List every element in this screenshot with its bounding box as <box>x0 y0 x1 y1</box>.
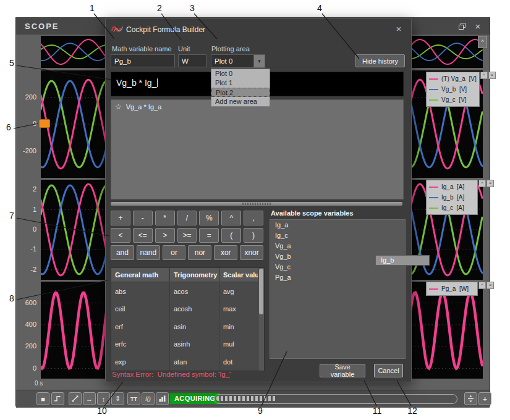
callout-number-7: 7 <box>9 211 14 220</box>
formula-button[interactable]: f() <box>142 392 155 405</box>
legend-swatch-line <box>429 99 438 101</box>
cursors-button[interactable]: TT <box>127 392 140 405</box>
window-close-icon[interactable]: × <box>472 20 483 32</box>
operator-button-xor[interactable]: xor <box>214 245 237 260</box>
histogram-button[interactable] <box>156 392 169 405</box>
operator-button-*[interactable]: * <box>155 211 175 225</box>
function-item-max[interactable]: max <box>219 300 258 317</box>
autoscale-button[interactable] <box>69 392 82 405</box>
operator-button-and[interactable]: and <box>111 245 134 260</box>
operator-button--[interactable]: - <box>133 211 153 225</box>
legend-power[interactable]: Pg_a [W] ^ × <box>426 282 494 296</box>
operator-button->[interactable]: > <box>155 228 175 243</box>
function-item-erf[interactable]: erf <box>111 318 170 335</box>
dropdown-option-add-new-area[interactable]: Add new area <box>211 97 270 106</box>
operator-button-([interactable]: ( <box>221 228 241 243</box>
fit-vertical-button[interactable]: ↕ <box>97 392 110 405</box>
function-item-atan[interactable]: atan <box>170 353 219 371</box>
function-item-min[interactable]: min <box>219 318 258 335</box>
legend-close-icon[interactable]: × <box>487 282 494 289</box>
operator-button-or[interactable]: or <box>163 245 186 260</box>
operator-button-<[interactable]: < <box>111 228 130 243</box>
chevron-down-icon[interactable]: ▾ <box>253 55 265 67</box>
plotting-area-select[interactable]: Plot 0 ▾ <box>211 54 265 68</box>
operator-button-/[interactable]: / <box>177 211 197 225</box>
legend-entry-label: Ig_a [A] <box>441 183 464 190</box>
function-item-asin[interactable]: asin <box>170 318 219 335</box>
legend-close-icon[interactable]: × <box>488 72 496 79</box>
variable-item-Ig_c[interactable]: Ig_c <box>270 230 405 241</box>
operator-button-%[interactable]: % <box>199 211 219 225</box>
dialog-title: Cockpit Formula Builder <box>126 25 205 34</box>
stop-button[interactable]: ■ <box>36 392 49 405</box>
variable-item-Pg_a[interactable]: Pg_a <box>270 272 405 283</box>
operator-button-<=[interactable]: <= <box>133 228 153 243</box>
legend-voltages[interactable]: (T) Vg_a [V]Vg_b [V]Vg_c [V] ^ × <box>426 72 496 107</box>
cancel-button[interactable]: Cancel <box>374 364 403 377</box>
legend-close-icon[interactable]: × <box>487 180 494 187</box>
axis-tick-label: 1 <box>16 206 36 213</box>
functions-scrollbar[interactable] <box>258 268 264 371</box>
unit-input[interactable] <box>178 54 206 67</box>
dropdown-option-plot-1[interactable]: Plot 1 <box>211 78 270 88</box>
operator-button-^[interactable]: ^ <box>221 211 241 225</box>
dropdown-option-plot-2[interactable]: Plot 2 <box>211 88 270 97</box>
collapse-overview-button[interactable]: ^ <box>478 36 487 48</box>
restore-window-icon[interactable] <box>456 20 467 32</box>
function-item-acos[interactable]: acos <box>170 283 219 300</box>
function-item-abs[interactable]: abs <box>111 283 170 300</box>
operator-button-,[interactable]: , <box>244 211 263 225</box>
legend-currents[interactable]: Ig_a [A]Ig_b [A]Ig_c [A] ^ × <box>426 180 494 215</box>
legend-collapse-icon[interactable]: ^ <box>478 180 486 187</box>
operator-button-+[interactable]: + <box>111 211 130 225</box>
variable-item-Ig_a[interactable]: Ig_a <box>270 220 405 230</box>
formula-history-panel: ☆ Vg_a * Ig_a <box>111 99 404 200</box>
capture-progress-bar[interactable] <box>214 394 457 404</box>
legend-collapse-icon[interactable]: ^ <box>480 72 488 79</box>
text-caret <box>157 78 158 87</box>
single-capture-button[interactable] <box>51 392 64 405</box>
function-item-avg[interactable]: avg <box>219 283 258 300</box>
callout-number-4: 4 <box>317 3 322 13</box>
fit-horizontal-button[interactable]: ↔ <box>83 392 96 405</box>
operator-button-=[interactable]: = <box>199 228 219 243</box>
legend-entry: Pg_a [W] <box>429 284 475 294</box>
axis-tick-label: 600 <box>16 299 36 306</box>
axis-tick-label: 2 <box>16 185 36 193</box>
dropdown-option-plot-0[interactable]: Plot 0 <box>211 69 270 78</box>
trigger-level-marker[interactable] <box>39 119 50 128</box>
star-icon[interactable]: ☆ <box>115 103 122 111</box>
unit-field-label: Unit <box>178 45 190 52</box>
variable-item-Vg_a[interactable]: Vg_a <box>270 241 405 251</box>
y-axis-plot-voltages: 2000-200 <box>16 70 39 178</box>
legend-collapse-icon[interactable]: ^ <box>478 282 486 289</box>
operator-button-nand[interactable]: nand <box>137 245 160 260</box>
formula-text: Vg_b * Ig_ <box>116 78 158 88</box>
variable-item-Ig_b[interactable]: Ig_b <box>375 255 430 266</box>
add-plot-button[interactable]: + <box>478 392 491 405</box>
legend-entry-label: Vg_c [V] <box>441 96 467 103</box>
math-variable-name-input[interactable] <box>111 54 175 67</box>
function-item-erfc[interactable]: erfc <box>111 335 170 353</box>
save-variable-button[interactable]: Save variable <box>320 364 365 377</box>
function-item-exp[interactable]: exp <box>111 353 170 371</box>
callout-number-3: 3 <box>190 3 195 13</box>
scrollbar-thumb[interactable] <box>259 269 263 314</box>
function-item-acosh[interactable]: acosh <box>170 300 219 317</box>
operator-button-nor[interactable]: nor <box>188 245 211 260</box>
hide-history-button[interactable]: Hide history <box>355 54 405 67</box>
split-view-button[interactable] <box>464 392 477 405</box>
dialog-close-icon[interactable]: × <box>394 23 404 34</box>
fit-all-button[interactable]: ⇕ <box>111 392 124 405</box>
function-item-mul[interactable]: mul <box>219 335 258 353</box>
function-item-ceil[interactable]: ceil <box>111 300 170 317</box>
operator-button->=[interactable]: >= <box>177 228 197 243</box>
operator-button-)[interactable]: ) <box>244 228 263 243</box>
legend-swatch-line <box>429 288 438 290</box>
operator-button-xnor[interactable]: xnor <box>240 245 263 260</box>
acquiring-status-badge: ACQUIRING <box>170 393 220 404</box>
function-item-asinh[interactable]: asinh <box>170 335 219 353</box>
legend-entry: Vg_b [V] <box>429 84 477 94</box>
panel-splitter-handle[interactable] <box>111 202 402 206</box>
function-item-dot[interactable]: dot <box>219 353 258 371</box>
